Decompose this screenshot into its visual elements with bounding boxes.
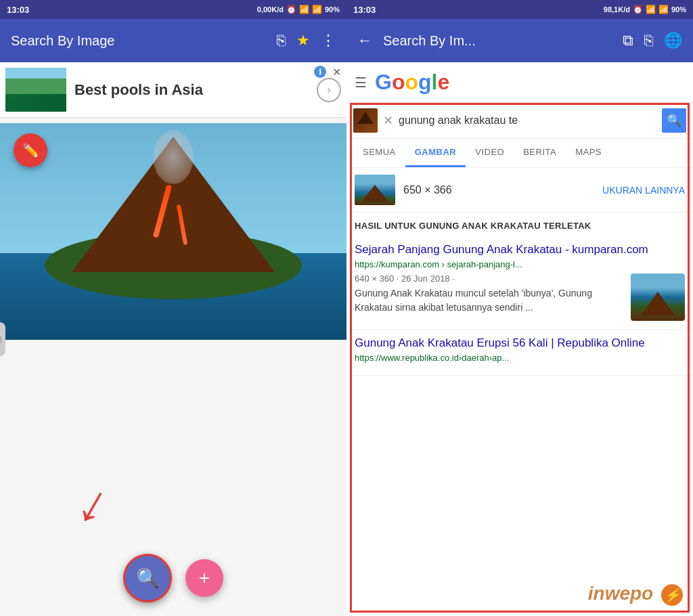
watermark: inwepo ⚡ bbox=[588, 583, 683, 606]
right-panel: ☰ Google ✕ 🔍 SEMUA GAMBAR VIDEO BERITA M… bbox=[346, 62, 693, 616]
time-left: 13:03 bbox=[7, 5, 29, 15]
app-title-left: Search By Image bbox=[11, 33, 266, 49]
search-icon: 🔍 bbox=[136, 567, 160, 590]
result-link-2[interactable]: Gunung Anak Krakatau Erupsi 56 Kali | Re… bbox=[355, 335, 685, 351]
network-speed-right: 98,1K/d bbox=[604, 5, 630, 14]
star-icon[interactable]: ★ bbox=[296, 32, 310, 49]
ad-close-button[interactable]: ✕ bbox=[332, 66, 341, 79]
left-panel: Best pools in Asia › ℹ ✕ ✏️ ‖ ↓ bbox=[0, 62, 346, 616]
result-url-2: https://www.republika.co.id›daerah›ap... bbox=[355, 353, 685, 363]
tab-gambar[interactable]: GAMBAR bbox=[405, 139, 466, 167]
network-speed-left: 0,00K/d bbox=[257, 5, 284, 14]
image-result-row: 650 × 366 UKURAN LAINNYA bbox=[346, 168, 693, 213]
wifi-icon: 📶 bbox=[299, 5, 309, 14]
status-bar-right: 13:03 98,1K/d ⏰ 📶 📶 90% bbox=[346, 0, 693, 19]
fab-add-button[interactable]: + bbox=[185, 559, 223, 597]
signal-icon: 📶 bbox=[312, 5, 322, 14]
search-result-2: Gunung Anak Krakatau Erupsi 56 Kali | Re… bbox=[346, 330, 693, 376]
app-bar-right: ← Search By Im... ⧉ ⎘ 🌐 bbox=[346, 19, 693, 62]
result-side-thumbnail-1 bbox=[631, 273, 685, 321]
search-submit-button[interactable]: 🔍 bbox=[662, 108, 686, 133]
search-result-1: Sejarah Panjang Gunung Anak Krakatau - k… bbox=[346, 236, 693, 330]
battery-left: 90% bbox=[325, 5, 340, 14]
ukuran-lainnya-link[interactable]: UKURAN LAINNYA bbox=[602, 185, 685, 196]
share-icon-left[interactable]: ⎘ bbox=[277, 32, 286, 49]
battery-right: 90% bbox=[671, 5, 686, 14]
search-input[interactable] bbox=[399, 114, 656, 127]
tab-berita[interactable]: BERITA bbox=[514, 139, 566, 167]
image-dimensions: 650 × 366 bbox=[403, 184, 594, 196]
ad-text: Best pools in Asia bbox=[66, 81, 317, 99]
ad-banner: Best pools in Asia › ℹ ✕ bbox=[0, 62, 346, 118]
tab-video[interactable]: VIDEO bbox=[466, 139, 514, 167]
volcano-image bbox=[0, 123, 346, 340]
search-input-row: ✕ 🔍 bbox=[346, 103, 693, 139]
big-arrow-icon: ↓ bbox=[68, 470, 122, 537]
alarm-icon: ⏰ bbox=[286, 5, 296, 14]
results-header: HASIL UNTUK GUNUNG ANAK KRAKATAU TERLETA… bbox=[346, 213, 693, 236]
globe-icon[interactable]: 🌐 bbox=[664, 32, 682, 49]
result-description-1: Gunung Anak Krakatau muncul setelah 'ibu… bbox=[355, 286, 623, 315]
tab-semua[interactable]: SEMUA bbox=[353, 139, 405, 167]
result-meta-1: 640 × 360 · 26 Jun 2018 · bbox=[355, 273, 623, 284]
time-right: 13:03 bbox=[353, 5, 376, 15]
result-url-1: https://kumparan.com › sejarah-panjang-l… bbox=[355, 259, 685, 269]
search-thumbnail bbox=[353, 108, 378, 133]
tab-maps[interactable]: MAPS bbox=[566, 139, 611, 167]
share-icon-right[interactable]: ⎘ bbox=[644, 32, 653, 49]
drag-handle[interactable]: ‖ bbox=[0, 322, 5, 356]
search-submit-icon: 🔍 bbox=[667, 113, 681, 128]
alarm-icon-right: ⏰ bbox=[633, 5, 643, 14]
copy-icon[interactable]: ⧉ bbox=[623, 32, 633, 49]
app-title-right: Search By Im... bbox=[383, 33, 612, 49]
ad-arrow[interactable]: › bbox=[317, 78, 341, 102]
search-tabs: SEMUA GAMBAR VIDEO BERITA MAPS bbox=[346, 139, 693, 168]
app-bar-left: Search By Image ⎘ ★ ⋮ bbox=[0, 19, 346, 62]
fab-search-button[interactable]: 🔍 bbox=[123, 554, 172, 602]
edit-icon: ✏️ bbox=[22, 142, 39, 158]
add-icon: + bbox=[199, 567, 210, 589]
status-bar-left: 13:03 0,00K/d ⏰ 📶 📶 90% bbox=[0, 0, 346, 19]
google-logo: Google bbox=[375, 70, 449, 95]
image-result-thumbnail bbox=[355, 175, 395, 205]
watermark-icon: ⚡ bbox=[661, 584, 683, 606]
bottom-fabs: 🔍 + bbox=[123, 554, 223, 602]
ad-info-button[interactable]: ℹ bbox=[314, 66, 326, 78]
search-clear-button[interactable]: ✕ bbox=[383, 113, 393, 128]
hamburger-icon[interactable]: ☰ bbox=[355, 74, 367, 91]
signal-icon-right: 📶 bbox=[658, 5, 669, 14]
back-icon[interactable]: ← bbox=[357, 32, 372, 49]
more-icon-left[interactable]: ⋮ bbox=[321, 32, 336, 49]
result-link-1[interactable]: Sejarah Panjang Gunung Anak Krakatau - k… bbox=[355, 242, 685, 258]
arrow-annotation: ↓ bbox=[81, 472, 108, 535]
ad-thumbnail bbox=[5, 68, 66, 112]
google-header: ☰ Google bbox=[346, 62, 693, 103]
edit-fab[interactable]: ✏️ bbox=[14, 133, 47, 167]
wifi-icon-right: 📶 bbox=[646, 5, 656, 14]
